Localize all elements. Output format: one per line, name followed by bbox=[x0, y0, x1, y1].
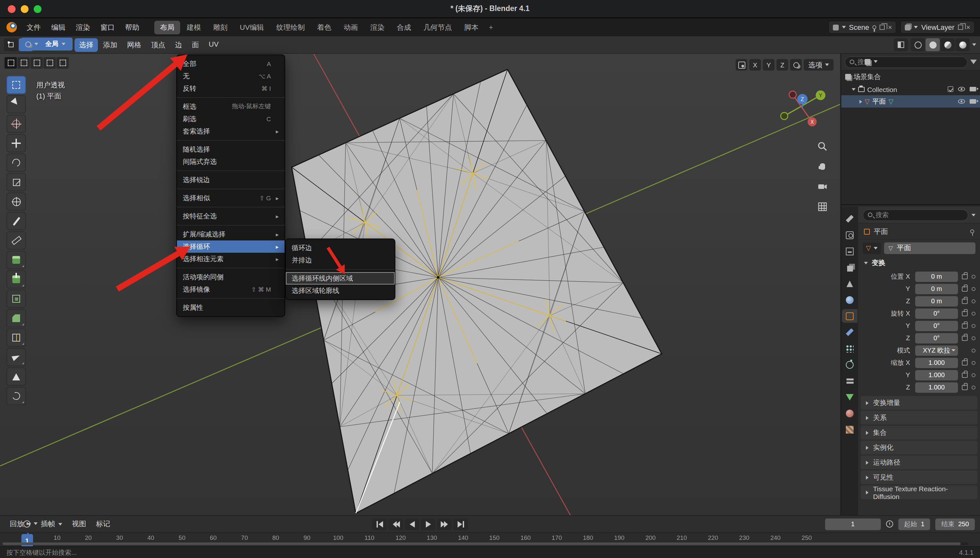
tab-output[interactable] bbox=[842, 245, 857, 258]
select-menu-item[interactable]: 刷选 C bbox=[177, 113, 284, 125]
workspace-tab[interactable]: 几何节点 bbox=[418, 20, 458, 34]
tool-tweak[interactable] bbox=[7, 95, 26, 113]
viewport-menu-item[interactable]: 面 bbox=[187, 38, 204, 51]
animate-dot[interactable] bbox=[972, 274, 975, 278]
submenu-item[interactable]: 并排边 bbox=[286, 254, 395, 266]
value-field[interactable]: 0° bbox=[915, 320, 958, 331]
frame-end-field[interactable]: 结束 250 bbox=[936, 518, 975, 530]
value-field[interactable]: 0 m bbox=[915, 284, 958, 294]
outliner-row-scene-collection[interactable]: 场景集合 bbox=[841, 71, 980, 83]
workspace-tab[interactable]: 渲染 bbox=[364, 20, 391, 34]
lock-icon[interactable] bbox=[962, 286, 968, 291]
select-set-button[interactable] bbox=[5, 57, 17, 69]
3d-viewport[interactable]: 用户透视 (1) 平面 bbox=[0, 54, 840, 515]
outliner-row-plane[interactable]: ▽ 平面 ▽ bbox=[841, 95, 980, 108]
animate-dot[interactable] bbox=[972, 336, 975, 340]
xray-toggle[interactable] bbox=[894, 38, 908, 51]
select-menu-item[interactable] bbox=[177, 189, 284, 189]
timeline-scrollbar[interactable] bbox=[3, 542, 969, 545]
workspace-tab[interactable]: 着色 bbox=[312, 20, 337, 34]
timeline-editor-type[interactable] bbox=[21, 517, 39, 530]
axis-lock-button[interactable]: Z bbox=[776, 59, 788, 71]
navigation-gizmo[interactable]: Y Z X bbox=[775, 82, 831, 138]
select-menu-item[interactable]: 无 ⌥ A bbox=[177, 70, 284, 82]
select-menu-item[interactable]: 随机选择 bbox=[177, 143, 284, 156]
frame-start-field[interactable]: 起始 1 bbox=[898, 518, 931, 530]
tool-extrude[interactable] bbox=[7, 270, 26, 289]
value-field[interactable]: 1.000 bbox=[915, 382, 958, 392]
select-subtract-button[interactable] bbox=[30, 57, 43, 69]
workspace-tab[interactable]: 建模 bbox=[181, 20, 207, 34]
select-invert-button[interactable] bbox=[43, 57, 56, 69]
exclude-checkbox[interactable] bbox=[947, 86, 954, 92]
jump-to-start-button[interactable] bbox=[372, 518, 387, 530]
viewport-menu-item[interactable]: 边 bbox=[171, 38, 187, 51]
collapsed-section[interactable]: 集合 bbox=[861, 426, 977, 440]
tool-loop-cut[interactable] bbox=[7, 328, 26, 347]
select-menu-item[interactable]: 按属性 bbox=[177, 301, 284, 313]
lock-icon[interactable] bbox=[962, 274, 968, 279]
tab-physics[interactable] bbox=[842, 358, 857, 371]
value-field[interactable]: 0° bbox=[915, 308, 958, 318]
hide-eye-icon[interactable] bbox=[958, 87, 965, 91]
animate-dot[interactable] bbox=[972, 299, 975, 303]
tool-poly-build[interactable] bbox=[7, 368, 26, 386]
select-menu-item[interactable]: 选择镜像 ⇧ ⌘ M bbox=[177, 283, 284, 295]
properties-search[interactable] bbox=[863, 209, 969, 221]
workspace-tab[interactable]: 雕刻 bbox=[207, 20, 233, 34]
menubar-item[interactable]: 窗口 bbox=[95, 20, 120, 34]
select-extend-button[interactable] bbox=[18, 57, 30, 69]
animate-dot[interactable] bbox=[972, 312, 975, 315]
tool-annotate[interactable] bbox=[7, 212, 26, 230]
play-button[interactable] bbox=[421, 518, 435, 530]
camera-view-button[interactable] bbox=[815, 179, 830, 194]
timeline-ruler[interactable]: 1020304050607080901001101201301401501601… bbox=[0, 532, 980, 547]
value-field[interactable]: 0° bbox=[915, 333, 958, 343]
tab-texture[interactable] bbox=[842, 423, 857, 436]
tool-move[interactable] bbox=[7, 134, 26, 152]
jump-to-end-button[interactable] bbox=[453, 518, 468, 530]
pan-button[interactable] bbox=[815, 159, 830, 174]
select-menu-item[interactable] bbox=[177, 171, 284, 171]
animate-dot[interactable] bbox=[972, 385, 975, 389]
use-preview-range-icon[interactable] bbox=[886, 520, 893, 528]
tool-spin[interactable] bbox=[7, 387, 26, 405]
animate-dot[interactable] bbox=[972, 324, 975, 328]
tab-object-data[interactable] bbox=[842, 390, 857, 404]
timeline-menu-item[interactable]: 标记 bbox=[91, 517, 115, 531]
tool-bevel[interactable] bbox=[7, 309, 26, 327]
toggle-ortho-button[interactable] bbox=[815, 200, 830, 214]
next-keyframe-button[interactable] bbox=[437, 518, 452, 530]
tool-measure[interactable] bbox=[7, 231, 26, 249]
tab-scene[interactable] bbox=[842, 277, 857, 290]
tool-3d-cursor[interactable] bbox=[7, 115, 26, 133]
material-shading-button[interactable] bbox=[941, 38, 955, 51]
blender-logo-icon[interactable] bbox=[7, 22, 17, 33]
select-menu-item[interactable] bbox=[177, 225, 284, 225]
mirror-icon-button[interactable] bbox=[790, 59, 802, 71]
collapse-icon[interactable] bbox=[859, 100, 862, 103]
zoom-button[interactable] bbox=[34, 5, 41, 13]
timeline-menu-item[interactable]: 视图 bbox=[67, 517, 91, 531]
filter-icon[interactable] bbox=[970, 60, 977, 64]
viewport-menu-item[interactable]: 顶点 bbox=[146, 38, 170, 51]
workspace-tab[interactable]: + bbox=[485, 21, 497, 33]
scene-selector[interactable]: Scene × bbox=[828, 21, 897, 34]
viewport-options-dropdown[interactable]: 选项 bbox=[804, 59, 834, 71]
submenu-item[interactable]: 选择循环线内侧区域 bbox=[286, 272, 395, 284]
hide-eye-icon[interactable] bbox=[958, 99, 965, 104]
viewport-menu-item[interactable]: 选择 bbox=[74, 38, 98, 51]
animate-dot[interactable] bbox=[972, 361, 975, 364]
rendered-shading-button[interactable] bbox=[955, 38, 970, 51]
value-field[interactable]: 0 m bbox=[915, 271, 958, 282]
axis-lock-button[interactable]: Y bbox=[763, 59, 775, 71]
tab-particles[interactable] bbox=[842, 341, 857, 355]
workspace-tab[interactable]: 纹理绘制 bbox=[271, 20, 311, 34]
lock-icon[interactable] bbox=[962, 311, 968, 316]
select-menu-item[interactable]: 选择相似 ⇧ G ▸ bbox=[177, 192, 284, 204]
tab-modifiers[interactable] bbox=[842, 325, 857, 339]
select-menu-item[interactable]: 套索选择 ▸ bbox=[177, 125, 284, 138]
animate-dot[interactable] bbox=[972, 373, 975, 377]
select-menu-item[interactable]: 扩展/缩减选择 ▸ bbox=[177, 228, 284, 240]
gizmo-neg-x[interactable] bbox=[789, 91, 796, 98]
